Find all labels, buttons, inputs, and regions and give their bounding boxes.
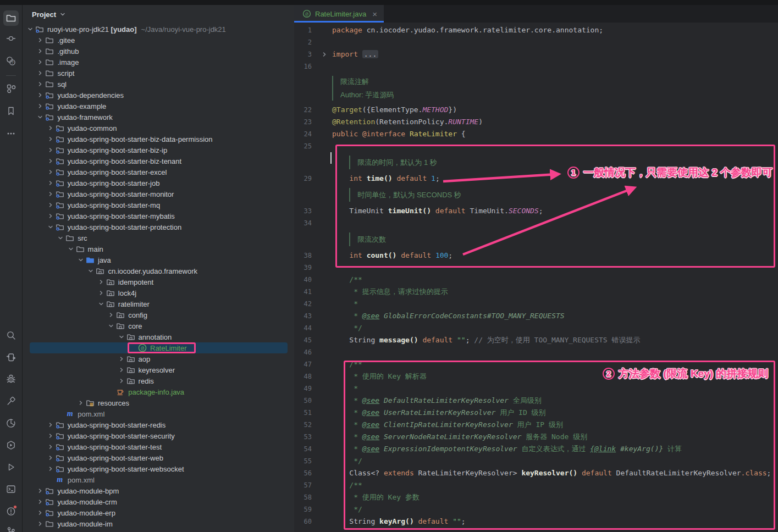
chevron-collapsed-icon[interactable] [47, 199, 54, 210]
tree-item-lock4j[interactable]: lock4j [23, 287, 294, 298]
tree-item-.gitee[interactable]: .gitee [23, 35, 294, 46]
chevron-collapsed-icon[interactable] [36, 101, 44, 112]
services-icon[interactable] [3, 437, 19, 453]
code-area[interactable]: 1package cn.iocoder.yudao.framework.rate… [294, 23, 778, 532]
bookmarks-icon[interactable] [3, 103, 19, 119]
chevron-expanded-icon[interactable] [87, 265, 95, 276]
tree-item-ruoyi-vue-pro-jdk21[interactable]: ruoyi-vue-pro-jdk21 [yudao]~/Java/ruoyi-… [23, 24, 294, 35]
chevron-collapsed-icon[interactable] [47, 123, 54, 134]
fold-arrow-icon[interactable] [312, 48, 332, 60]
tree-item-yudao-spring-boot-starter-biz-data-permission[interactable]: yudao-spring-boot-starter-biz-data-permi… [23, 134, 294, 145]
structure-icon[interactable] [3, 81, 19, 96]
tree-item-yudao-spring-boot-starter-redis[interactable]: yudao-spring-boot-starter-redis [23, 419, 294, 430]
chevron-expanded-icon[interactable] [36, 112, 44, 123]
tree-item-yudao-spring-boot-starter-monitor[interactable]: yudao-spring-boot-starter-monitor [23, 189, 294, 199]
tree-item-yudao-spring-boot-starter-mybatis[interactable]: yudao-spring-boot-starter-mybatis [23, 210, 294, 221]
tree-item-pom.xml[interactable]: mpom.xml [23, 408, 294, 419]
tree-item-yudao-module-bpm[interactable]: yudao-module-bpm [23, 485, 294, 496]
chevron-collapsed-icon[interactable] [97, 287, 105, 298]
more-icon[interactable] [3, 126, 19, 141]
chevron-collapsed-icon[interactable] [107, 309, 115, 320]
tree-item-java[interactable]: java [23, 254, 294, 265]
tree-item-config[interactable]: config [23, 309, 294, 320]
chevron-collapsed-icon[interactable] [77, 397, 85, 408]
chevron-collapsed-icon[interactable] [47, 441, 54, 452]
tab-close-icon[interactable]: × [372, 9, 377, 19]
tree-item-aop[interactable]: aop [23, 353, 294, 364]
tree-item-yudao-spring-boot-starter-biz-tenant[interactable]: yudao-spring-boot-starter-biz-tenant [23, 156, 294, 167]
tree-item-yudao-example[interactable]: yudao-example [23, 101, 294, 112]
chevron-expanded-icon[interactable] [67, 243, 75, 254]
tree-item-package-info.java[interactable]: package-info.java [23, 386, 294, 397]
chevron-collapsed-icon[interactable] [47, 430, 54, 441]
project-panel-header[interactable]: Project [23, 5, 294, 24]
chevron-collapsed-icon[interactable] [36, 46, 44, 57]
chevron-expanded-icon[interactable] [77, 254, 85, 265]
tree-item-yudao-spring-boot-starter-job[interactable]: yudao-spring-boot-starter-job [23, 178, 294, 189]
tree-item-yudao-spring-boot-starter-protection[interactable]: yudao-spring-boot-starter-protection [23, 221, 294, 232]
tree-item-ratelimiter[interactable]: ratelimiter [23, 298, 294, 309]
terminal-icon[interactable] [3, 481, 19, 497]
tree-item-main[interactable]: main [23, 243, 294, 254]
chevron-collapsed-icon[interactable] [36, 518, 44, 529]
chevron-collapsed-icon[interactable] [47, 189, 54, 199]
tree-item-cn.iocoder.yudao.framework[interactable]: cn.iocoder.yudao.framework [23, 265, 294, 276]
chevron-collapsed-icon[interactable] [36, 68, 44, 79]
chevron-collapsed-icon[interactable] [36, 496, 44, 507]
chevron-expanded-icon[interactable] [107, 320, 115, 331]
tree-item-.image[interactable]: .image [23, 57, 294, 68]
profiler-icon[interactable] [3, 415, 19, 431]
tree-item-yudao-spring-boot-starter-websocket[interactable]: yudao-spring-boot-starter-websocket [23, 463, 294, 474]
tree-item-yudao-dependencies[interactable]: yudao-dependencies [23, 90, 294, 101]
chevron-collapsed-icon[interactable] [36, 507, 44, 518]
chevron-collapsed-icon[interactable] [47, 178, 54, 189]
chevron-collapsed-icon[interactable] [47, 210, 54, 221]
chevron-collapsed-icon[interactable] [47, 463, 54, 474]
chevron-collapsed-icon[interactable] [118, 364, 125, 375]
tree-item-resources[interactable]: resources [23, 397, 294, 408]
changes-icon[interactable] [3, 350, 19, 365]
tree-item-ratelimiter[interactable]: @RateLimiter [23, 342, 294, 353]
tree-item-yudao-common[interactable]: yudao-common [23, 123, 294, 134]
tree-item-yudao-spring-boot-starter-excel[interactable]: yudao-spring-boot-starter-excel [23, 167, 294, 178]
chevron-expanded-icon[interactable] [57, 232, 64, 243]
tree-item-keyresolver[interactable]: keyresolver [23, 364, 294, 375]
chevron-collapsed-icon[interactable] [47, 145, 54, 156]
branches-icon[interactable] [3, 524, 19, 532]
notifications-icon[interactable] [3, 503, 19, 519]
tree-item-yudao-spring-boot-starter-test[interactable]: yudao-spring-boot-starter-test [23, 441, 294, 452]
chevron-collapsed-icon[interactable] [47, 167, 54, 178]
tree-item-yudao-module-erp[interactable]: yudao-module-erp [23, 507, 294, 518]
tree-item-yudao-framework[interactable]: yudao-framework [23, 112, 294, 123]
chevron-collapsed-icon[interactable] [47, 156, 54, 167]
pull-requests-icon[interactable]: ? [3, 53, 19, 69]
chevron-collapsed-icon[interactable] [118, 353, 125, 364]
tree-item-yudao-spring-boot-starter-mq[interactable]: yudao-spring-boot-starter-mq [23, 199, 294, 210]
commit-icon[interactable] [3, 31, 19, 46]
chevron-collapsed-icon[interactable] [97, 276, 105, 287]
project-icon[interactable] [3, 10, 19, 26]
tree-item-annotation[interactable]: annotation [23, 331, 294, 342]
chevron-collapsed-icon[interactable] [47, 419, 54, 430]
chevron-collapsed-icon[interactable] [47, 134, 54, 145]
tree-item-core[interactable]: core [23, 320, 294, 331]
tree-item-yudao-module-crm[interactable]: yudao-module-crm [23, 496, 294, 507]
tree-item-idempotent[interactable]: idempotent [23, 276, 294, 287]
tab-ratelimiter-java[interactable]: @ RateLimiter.java × [294, 5, 384, 23]
chevron-collapsed-icon[interactable] [118, 375, 125, 386]
tree-item-src[interactable]: src [23, 232, 294, 243]
chevron-collapsed-icon[interactable] [47, 452, 54, 463]
tree-item-script[interactable]: script [23, 68, 294, 79]
chevron-expanded-icon[interactable] [97, 298, 105, 309]
tree-item-.github[interactable]: .github [23, 46, 294, 57]
run-icon[interactable] [3, 459, 19, 475]
chevron-collapsed-icon[interactable] [36, 79, 44, 90]
tree-item-sql[interactable]: sql [23, 79, 294, 90]
build-icon[interactable] [3, 394, 19, 409]
chevron-expanded-icon[interactable] [118, 331, 125, 342]
chevron-expanded-icon[interactable] [26, 24, 34, 35]
chevron-expanded-icon[interactable] [47, 221, 54, 232]
chevron-collapsed-icon[interactable] [36, 485, 44, 496]
tree-item-yudao-module-im[interactable]: yudao-module-im [23, 518, 294, 529]
tree-item-yudao-spring-boot-starter-web[interactable]: yudao-spring-boot-starter-web [23, 452, 294, 463]
